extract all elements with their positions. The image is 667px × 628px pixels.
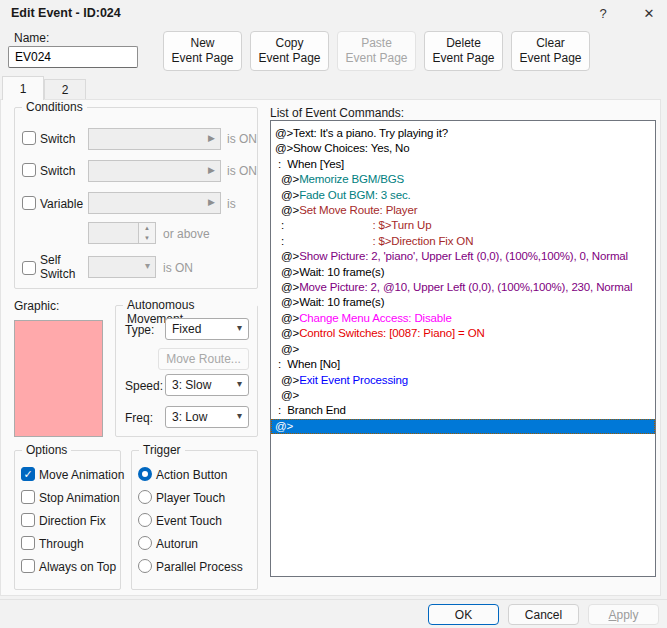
speed-label: Speed: (125, 379, 163, 393)
switch1-field: ▶ (88, 128, 221, 150)
command-line-10[interactable]: @>Wait: 10 frame(s) (271, 265, 655, 280)
command-line-15[interactable]: @> (271, 342, 655, 357)
command-line-9[interactable]: @>Show Picture: 2, 'piano', Upper Left (… (271, 249, 655, 264)
event-command-list[interactable]: @>Text: It's a piano. Try playing it?@>S… (270, 120, 656, 577)
autorun-label[interactable]: Autorun (156, 537, 198, 551)
through-label[interactable]: Through (39, 537, 84, 551)
always-on-top-checkbox[interactable] (21, 559, 35, 573)
command-prefix: : (275, 158, 287, 170)
command-line-16[interactable]: : When [No] (271, 357, 655, 372)
command-line-8[interactable]: : : $>Direction Fix ON (271, 234, 655, 249)
command-text: Show Choices: Yes, No (293, 142, 409, 154)
command-prefix: : (275, 219, 372, 231)
player-touch-label[interactable]: Player Touch (156, 491, 225, 505)
self-switch-combo: ▾ (88, 256, 156, 278)
command-text: : $>Direction Fix ON (372, 235, 473, 247)
apply-mnemonic: A (608, 608, 616, 622)
direction-fix-checkbox[interactable] (21, 513, 35, 527)
command-text: Move Picture: 2, @10, Upper Left (0,0), … (299, 281, 632, 293)
switch2-label: Switch (40, 164, 75, 178)
command-text: Memorize BGM/BGS (299, 173, 404, 185)
command-line-5[interactable]: @>Fade Out BGM: 3 sec. (271, 188, 655, 203)
command-text: Exit Event Processing (299, 374, 408, 386)
action-button-label[interactable]: Action Button (156, 468, 227, 482)
tab-page-2[interactable]: 2 (44, 79, 86, 100)
command-prefix: @> (275, 189, 299, 201)
event-touch-radio[interactable] (138, 513, 152, 527)
variable-suffix: is (227, 197, 236, 211)
direction-fix-label[interactable]: Direction Fix (39, 514, 106, 528)
switch1-checkbox[interactable] (22, 131, 36, 145)
graphic-swatch[interactable] (14, 320, 103, 437)
ok-button[interactable]: OK (428, 604, 499, 625)
move-animation-label[interactable]: Move Animation (39, 468, 124, 482)
autorun-radio[interactable] (138, 536, 152, 550)
command-line-2[interactable]: @>Show Choices: Yes, No (271, 141, 655, 156)
event-name-input[interactable] (8, 46, 138, 68)
copy-event-page-button[interactable]: CopyEvent Page (250, 31, 329, 71)
command-line-7[interactable]: : : $>Turn Up (271, 218, 655, 233)
freq-value: 3: Low (172, 410, 207, 424)
command-text: When [Yes] (287, 158, 344, 170)
apply-button: Apply (588, 604, 659, 625)
command-line-3[interactable]: : When [Yes] (271, 157, 655, 172)
move-route-button: Move Route... (158, 348, 249, 370)
command-line-1[interactable]: @>Text: It's a piano. Try playing it? (271, 126, 655, 141)
freq-chevron-icon: ▾ (237, 410, 242, 421)
command-text: When [No] (287, 358, 340, 370)
command-line-4[interactable]: @>Memorize BGM/BGS (271, 172, 655, 187)
tab-page-1[interactable]: 1 (2, 76, 44, 100)
apply-rest: pply (617, 608, 639, 622)
command-line-6[interactable]: @>Set Move Route: Player (271, 203, 655, 218)
switch2-checkbox[interactable] (22, 163, 36, 177)
command-prefix: @> (275, 281, 299, 293)
command-line-18[interactable]: @> (271, 388, 655, 403)
delete-event-page-button[interactable]: DeleteEvent Page (424, 31, 503, 71)
command-prefix: @> (275, 420, 293, 432)
command-prefix: : (275, 358, 287, 370)
variable-checkbox[interactable] (22, 196, 36, 210)
or-above-label: or above (163, 227, 210, 241)
command-line-11[interactable]: @>Move Picture: 2, @10, Upper Left (0,0)… (271, 280, 655, 295)
parallel-process-label[interactable]: Parallel Process (156, 560, 243, 574)
parallel-process-radio[interactable] (138, 559, 152, 573)
command-line-19[interactable]: : Branch End (271, 403, 655, 418)
stop-animation-label[interactable]: Stop Animation (39, 491, 120, 505)
self-switch-chevron-icon: ▾ (145, 260, 150, 271)
help-icon[interactable]: ? (588, 2, 618, 26)
freq-label: Freq: (125, 411, 153, 425)
command-line-12[interactable]: @>Wait: 10 frame(s) (271, 295, 655, 310)
freq-dropdown[interactable]: 3: Low▾ (165, 406, 249, 428)
through-checkbox[interactable] (21, 536, 35, 550)
switch1-label: Switch (40, 132, 75, 146)
command-line-17[interactable]: @>Exit Event Processing (271, 373, 655, 388)
command-line-13[interactable]: @>Change Menu Access: Disable (271, 311, 655, 326)
clear-event-page-button[interactable]: ClearEvent Page (511, 31, 590, 71)
command-prefix: @> (275, 250, 299, 262)
always-on-top-label[interactable]: Always on Top (39, 560, 116, 574)
variable-label: Variable (40, 197, 83, 211)
variable-field: ▶ (88, 192, 221, 214)
command-line-14[interactable]: @>Control Switches: [0087: Piano] = ON (271, 326, 655, 341)
new-event-page-button[interactable]: NewEvent Page (163, 31, 242, 71)
self-switch-suffix: is ON (163, 261, 193, 275)
player-touch-radio[interactable] (138, 490, 152, 504)
variable-value-spinner: ▲ ▼ (88, 222, 156, 244)
move-animation-checkbox[interactable]: ✓ (21, 467, 35, 481)
options-title: Options (22, 443, 71, 457)
event-touch-label[interactable]: Event Touch (156, 514, 222, 528)
command-text: Set Move Route: Player (299, 204, 417, 216)
command-line-20[interactable]: @> (271, 419, 655, 434)
stop-animation-checkbox[interactable] (21, 490, 35, 504)
self-switch-checkbox[interactable] (22, 261, 36, 275)
type-dropdown[interactable]: Fixed▾ (165, 318, 249, 340)
action-button-radio[interactable] (138, 467, 152, 481)
command-prefix: : (275, 404, 287, 416)
speed-dropdown[interactable]: 3: Slow▾ (165, 374, 249, 396)
command-prefix: : (275, 235, 372, 247)
close-icon[interactable]: ✕ (634, 2, 664, 26)
cancel-button[interactable]: Cancel (508, 604, 579, 625)
command-text: Wait: 10 frame(s) (299, 266, 384, 278)
command-prefix: @> (275, 296, 299, 308)
spinner-buttons: ▲ ▼ (138, 223, 155, 243)
